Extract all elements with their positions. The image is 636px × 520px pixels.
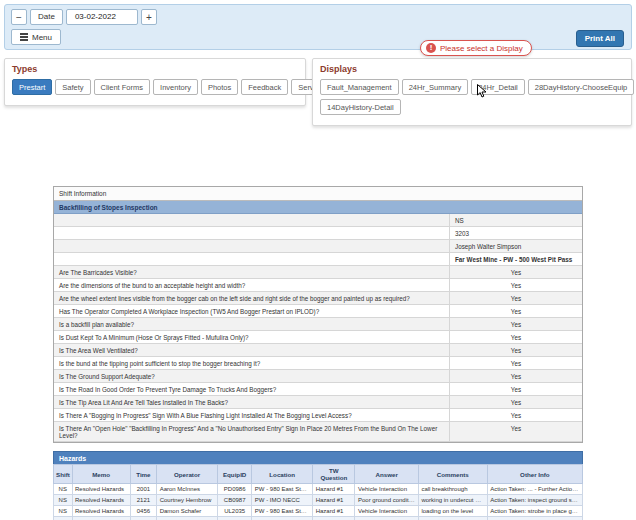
hazards-row: NSResolved Hazards2121Courtney HembrowCB… xyxy=(54,495,583,506)
shift-question-text: Are The Barricades Visible? xyxy=(54,266,450,278)
shift-question-text: Is Dust Kept To A Minimum (Hose Or Spray… xyxy=(54,331,450,343)
shift-information-title: Shift Information xyxy=(54,187,582,201)
hazards-cell: Action Taken: strobe in place good commu… xyxy=(487,517,582,520)
hazards-cell: Hazard #1 xyxy=(313,517,355,520)
hazards-section: Hazards ShiftMemoTimeOperatorEquipIDLoca… xyxy=(53,451,583,520)
shift-meta-row: Far West Mine - PW - 500 West Pit Pass xyxy=(54,253,582,266)
hazards-cell: NS xyxy=(54,495,73,506)
hazards-cell: PW - 980 East Stope xyxy=(252,484,313,495)
shift-answer: Yes xyxy=(450,344,582,356)
shift-information-table: Shift Information Backfilling of Stopes … xyxy=(53,186,583,443)
types-panel: Types PrestartSafetyClient FormsInventor… xyxy=(4,58,306,106)
type-button-feedback[interactable]: Feedback xyxy=(241,79,288,95)
shift-meta-empty-cell xyxy=(54,214,450,226)
hazards-body: NSResolved Hazards2001Aaron McInnesPD098… xyxy=(54,484,583,520)
displays-button-row: 14DayHistory-Detail xyxy=(320,99,624,115)
types-button-row: PrestartSafetyClient FormsInventoryPhoto… xyxy=(12,79,298,95)
hazards-cell: loading on the level xyxy=(418,506,487,517)
hazards-cell: Vehicle Interaction xyxy=(355,484,418,495)
error-icon: ! xyxy=(426,43,436,53)
hazards-row: NSResolved Hazards0456Damon SchaferUL203… xyxy=(54,506,583,517)
shift-meta-value: Joseph Walter Simpson xyxy=(450,240,582,252)
shift-answer: Yes xyxy=(450,357,582,369)
shift-question-row: Has The Operator Completed A Workplace I… xyxy=(54,305,582,318)
shift-meta-empty-cell xyxy=(54,253,450,265)
display-button-24hr-summary[interactable]: 24Hr_Summary xyxy=(402,79,469,95)
shift-rows: NS3203Joseph Walter SimpsonFar West Mine… xyxy=(54,214,582,442)
hazards-cell: Action Taken: strobe in place good commu… xyxy=(487,506,582,517)
menu-button[interactable]: Menu xyxy=(11,29,61,45)
displays-button-row: Fault_Management24Hr_Summary24Hr_Detail2… xyxy=(320,79,624,95)
type-button-photos[interactable]: Photos xyxy=(201,79,238,95)
hazards-column-header: Time xyxy=(130,465,156,484)
date-label[interactable]: Date xyxy=(30,9,63,25)
hazards-cell: 0456 xyxy=(130,506,156,517)
hazards-cell: Courtney Hembrow xyxy=(157,495,218,506)
shift-question-row: Is The Tip Area Lit And Are Tell Tales I… xyxy=(54,396,582,409)
shift-question-text: Is the bund at the tipping point suffici… xyxy=(54,357,450,369)
date-increment-button[interactable]: + xyxy=(141,9,157,25)
display-button-28dayhistory-chooseequip[interactable]: 28DayHistory-ChooseEquip xyxy=(528,79,635,95)
date-decrement-button[interactable]: − xyxy=(11,9,27,25)
hazards-cell: Vehicle Interaction xyxy=(355,506,418,517)
shift-answer: Yes xyxy=(450,292,582,304)
type-button-safety[interactable]: Safety xyxy=(55,79,90,95)
hazards-column-header: TW Question xyxy=(313,465,355,484)
shift-question-text: Are the dimensions of the bund to an acc… xyxy=(54,279,450,291)
hazards-cell: 2121 xyxy=(130,495,156,506)
hazards-cell: PW - 980 East Stope xyxy=(252,506,313,517)
hazards-cell: UL2035 xyxy=(217,517,251,520)
shift-question-text: Is The Ground Support Adequate? xyxy=(54,370,450,382)
shift-answer: Yes xyxy=(450,305,582,317)
shift-question-text: Is There A "Bogging In Progress" Sign Wi… xyxy=(54,409,450,421)
hazards-cell: NS xyxy=(54,517,73,520)
shift-answer: Yes xyxy=(450,383,582,395)
hazards-row: NSResolved Hazards2001Aaron McInnesPD098… xyxy=(54,484,583,495)
hazards-cell: PW - IMO NECC xyxy=(252,495,313,506)
print-all-button[interactable]: Print All xyxy=(576,30,624,47)
hazards-cell: Action Taken: ... - Further Action Req: … xyxy=(487,484,582,495)
type-button-client-forms[interactable]: Client Forms xyxy=(94,79,151,95)
date-input[interactable]: 03-02-2022 xyxy=(66,9,138,25)
hazards-column-header: Location xyxy=(252,465,313,484)
hazards-cell: Hazard #1 xyxy=(313,506,355,517)
shift-meta-value: Far West Mine - PW - 500 West Pit Pass xyxy=(450,253,582,265)
hazards-header-row: ShiftMemoTimeOperatorEquipIDLocationTW Q… xyxy=(54,465,583,484)
types-panel-title: Types xyxy=(12,64,298,74)
hazards-cell: Poor ground conditions xyxy=(355,495,418,506)
hazards-column-header: EquipID xyxy=(217,465,251,484)
shift-question-text: Is The Area Well Ventilated? xyxy=(54,344,450,356)
hazards-column-header: Answer xyxy=(355,465,418,484)
type-button-inventory[interactable]: Inventory xyxy=(153,79,198,95)
shift-meta-value: 3203 xyxy=(450,227,582,239)
hazards-column-header: Comments xyxy=(418,465,487,484)
shift-question-text: Has The Operator Completed A Workplace I… xyxy=(54,305,450,317)
hazards-cell: Damon Schafer xyxy=(157,506,218,517)
hazards-cell: NS xyxy=(54,484,73,495)
shift-question-row: Is The Road In Good Order To Prevent Tyr… xyxy=(54,383,582,396)
shift-question-row: Is the bund at the tipping point suffici… xyxy=(54,357,582,370)
hamburger-icon xyxy=(20,32,28,43)
top-toolbar: − Date 03-02-2022 + Menu Print All xyxy=(4,4,632,50)
shift-meta-row: 3203 xyxy=(54,227,582,240)
display-button-fault-management[interactable]: Fault_Management xyxy=(320,79,399,95)
inspection-section-header: Backfilling of Stopes Inspection xyxy=(54,201,582,214)
hazards-column-header: Other Info xyxy=(487,465,582,484)
hazards-cell: Damon Schafer xyxy=(157,517,218,520)
hazards-cell: working in undercut area xyxy=(418,495,487,506)
hazards-column-header: Memo xyxy=(72,465,130,484)
hazards-title: Hazards xyxy=(53,451,583,464)
hazards-cell: PD0986 xyxy=(217,484,251,495)
hazards-cell: Resolved Hazards xyxy=(72,506,130,517)
validation-tooltip: ! Please select a Display xyxy=(420,40,532,56)
shift-question-row: Are The Barricades Visible?Yes xyxy=(54,266,582,279)
hazards-cell: Vehicle Interaction xyxy=(355,517,418,520)
hazards-cell: UL2035 xyxy=(217,506,251,517)
type-button-prestart[interactable]: Prestart xyxy=(12,79,52,95)
shift-answer: Yes xyxy=(450,318,582,330)
display-button-14dayhistory-detail[interactable]: 14DayHistory-Detail xyxy=(320,99,401,115)
shift-meta-empty-cell xyxy=(54,240,450,252)
hazards-column-header: Shift xyxy=(54,465,73,484)
hazards-row: NSResolved Hazards2130Damon SchaferUL203… xyxy=(54,517,583,520)
shift-answer: Yes xyxy=(450,266,582,278)
